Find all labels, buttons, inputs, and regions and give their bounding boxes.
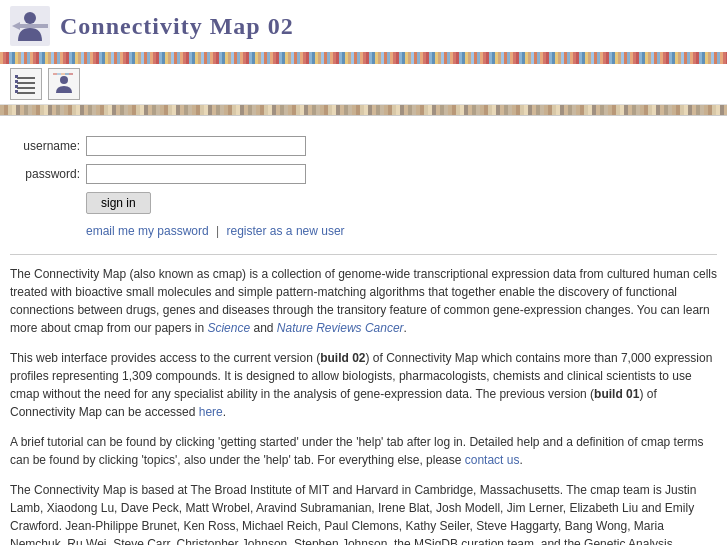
svg-point-1 <box>24 12 36 24</box>
svg-rect-13 <box>57 73 61 75</box>
main-content: username: password: sign in email me my … <box>0 116 727 545</box>
app-header: Connectivity Map 02 <box>0 0 727 116</box>
description-para1: The Connectivity Map (also known as cmap… <box>10 265 717 337</box>
build01-link[interactable]: here <box>199 405 223 419</box>
heatmap-strip-2 <box>0 105 727 115</box>
svg-rect-4 <box>17 82 35 84</box>
header-top: Connectivity Map 02 <box>0 0 727 52</box>
signin-button[interactable]: sign in <box>86 192 151 214</box>
svg-rect-15 <box>65 73 69 75</box>
user-icon[interactable] <box>48 68 80 100</box>
svg-rect-7 <box>15 75 18 78</box>
header-toolbar <box>0 64 727 105</box>
username-input[interactable] <box>86 136 306 156</box>
description-para2: This web interface provides access to th… <box>10 349 717 421</box>
list-icon[interactable] <box>10 68 42 100</box>
username-label: username: <box>10 139 80 153</box>
svg-point-11 <box>60 76 68 84</box>
login-form: username: password: sign in email me my … <box>10 136 717 238</box>
form-links: email me my password | register as a new… <box>86 224 717 238</box>
nature-reviews-link[interactable]: Nature Reviews Cancer <box>277 321 404 335</box>
svg-rect-3 <box>17 77 35 79</box>
password-row: password: <box>10 164 717 184</box>
heatmap-strip-1 <box>0 52 727 64</box>
science-link[interactable]: Science <box>207 321 250 335</box>
username-row: username: <box>10 136 717 156</box>
link-separator: | <box>216 224 219 238</box>
svg-rect-8 <box>15 80 18 83</box>
svg-rect-14 <box>61 73 65 75</box>
svg-rect-9 <box>15 85 18 88</box>
svg-rect-6 <box>17 92 35 94</box>
svg-rect-16 <box>69 73 73 75</box>
svg-rect-5 <box>17 87 35 89</box>
contact-us-link[interactable]: contact us <box>465 453 520 467</box>
logo-icon <box>10 6 50 46</box>
password-input[interactable] <box>86 164 306 184</box>
description-para3: A brief tutorial can be found by clickin… <box>10 433 717 469</box>
svg-rect-12 <box>53 73 57 75</box>
register-link[interactable]: register as a new user <box>227 224 345 238</box>
email-password-link[interactable]: email me my password <box>86 224 209 238</box>
password-label: password: <box>10 167 80 181</box>
divider <box>10 254 717 255</box>
description-para4: The Connectivity Map is based at The Bro… <box>10 481 717 545</box>
svg-rect-10 <box>15 90 18 93</box>
app-title: Connectivity Map 02 <box>60 13 294 40</box>
signin-row: sign in <box>86 192 717 214</box>
